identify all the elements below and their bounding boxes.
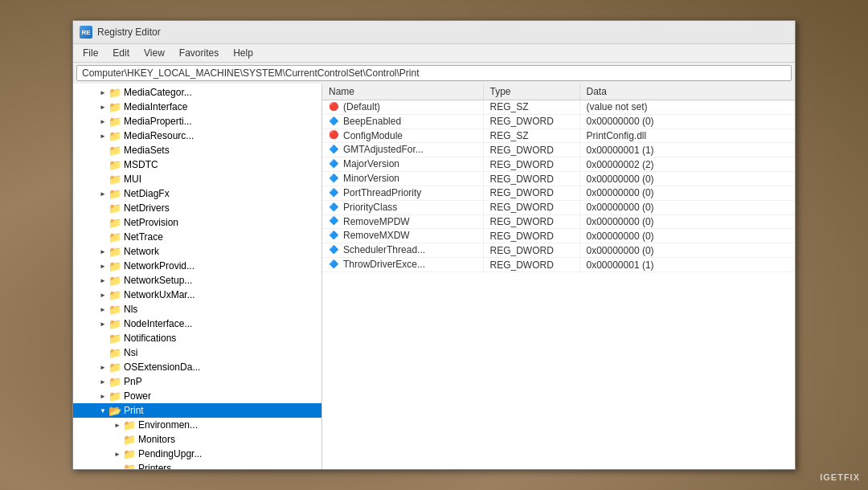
tree-node-mediacategory[interactable]: ►📁MediaCategor...: [73, 85, 321, 100]
tree-node-notifications[interactable]: 📁Notifications: [73, 331, 321, 345]
tree-node-network[interactable]: ►📁Network: [73, 244, 321, 259]
table-row[interactable]: 🔷RemoveMXDWREG_DWORD0x00000000 (0): [322, 229, 795, 243]
tree-label-pnp: PnP: [124, 376, 142, 387]
tree-node-mediaproperties[interactable]: ►📁MediaProperti...: [73, 114, 321, 129]
folder-icon-netdiagfx: 📁: [108, 187, 121, 200]
expand-icon-pendingupgrade[interactable]: ►: [112, 448, 123, 459]
tree-label-nsi: Nsi: [124, 347, 137, 358]
cell-name: 🔴(Default): [322, 100, 483, 115]
tree-node-monitors[interactable]: 📁Monitors: [73, 432, 321, 447]
registry-tree[interactable]: ►📁MediaCategor...►📁MediaInterface►📁Media…: [73, 84, 322, 469]
expand-icon-pnp[interactable]: ►: [97, 376, 108, 387]
expand-icon-nettrace[interactable]: [97, 231, 108, 243]
folder-icon-netprovision: 📁: [108, 216, 121, 229]
registry-data-panel[interactable]: Name Type Data 🔴(Default)REG_SZ(value no…: [322, 84, 795, 469]
table-row[interactable]: 🔷MajorVersionREG_DWORD0x00000002 (2): [322, 157, 795, 172]
table-row[interactable]: 🔷ThrowDriverExce...REG_DWORD0x00000001 (…: [322, 258, 795, 272]
tree-label-printers: Printers: [138, 463, 171, 469]
expand-icon-mediasets[interactable]: [97, 145, 108, 156]
table-row[interactable]: 🔷PortThreadPriorityREG_DWORD0x00000000 (…: [322, 186, 795, 200]
expand-icon-netprovision[interactable]: [97, 217, 108, 228]
tree-node-mediaresource[interactable]: ►📁MediaResourc...: [73, 129, 321, 143]
address-bar[interactable]: Computer\HKEY_LOCAL_MACHINE\SYSTEM\Curre…: [76, 65, 792, 81]
col-type[interactable]: Type: [483, 84, 579, 100]
tree-node-nettrace[interactable]: 📁NetTrace: [73, 230, 321, 244]
tree-node-nsi[interactable]: 📁Nsi: [73, 345, 321, 360]
expand-icon-osextensionda[interactable]: ►: [97, 361, 108, 373]
tree-label-msdtc: MSDTC: [124, 159, 158, 170]
table-row[interactable]: 🔷PriorityClassREG_DWORD0x00000000 (0): [322, 200, 795, 214]
tree-node-networkuxman[interactable]: ►📁NetworkUxMar...: [73, 288, 321, 302]
expand-icon-mediaresource[interactable]: ►: [97, 130, 108, 141]
expand-icon-mediaproperties[interactable]: ►: [97, 116, 108, 127]
expand-icon-nodeinterface[interactable]: ►: [97, 318, 108, 329]
expand-icon-printers[interactable]: [112, 463, 123, 469]
expand-icon-mediainterface[interactable]: ►: [97, 101, 108, 112]
expand-icon-networksetup[interactable]: ►: [97, 275, 108, 286]
col-data[interactable]: Data: [579, 84, 795, 100]
table-row[interactable]: 🔷BeepEnabledREG_DWORD0x00000000 (0): [322, 114, 795, 129]
cell-data: 0x00000000 (0): [579, 229, 795, 243]
tree-node-msdtc[interactable]: 📁MSDTC: [73, 157, 321, 172]
tree-node-pnp[interactable]: ►📁PnP: [73, 374, 321, 389]
expand-icon-monitors[interactable]: [112, 434, 123, 445]
tree-label-network: Network: [124, 246, 159, 257]
tree-node-environments[interactable]: ►📁Environmen...: [73, 418, 321, 432]
expand-icon-netdrivers[interactable]: [97, 202, 108, 214]
col-name[interactable]: Name: [322, 84, 483, 100]
table-row[interactable]: 🔷RemoveMPDWREG_DWORD0x00000000 (0): [322, 214, 795, 229]
menu-favorites[interactable]: Favorites: [173, 46, 225, 60]
expand-icon-print[interactable]: ▼: [97, 405, 108, 416]
tree-label-netdiagfx: NetDiagFx: [124, 188, 170, 199]
menu-help[interactable]: Help: [227, 46, 260, 60]
expand-icon-msdtc[interactable]: [97, 159, 108, 170]
menu-view[interactable]: View: [137, 46, 171, 60]
table-row[interactable]: 🔷MinorVersionREG_DWORD0x00000000 (0): [322, 172, 795, 186]
tree-node-printers[interactable]: 📁Printers: [73, 461, 321, 469]
tree-node-osextensionda[interactable]: ►📁OSExtensionDa...: [73, 360, 321, 374]
cell-data: 0x00000001 (1): [579, 143, 795, 157]
tree-node-networksetup[interactable]: ►📁NetworkSetup...: [73, 273, 321, 288]
tree-node-pendingupgrade[interactable]: ►📁PendingUpgr...: [73, 447, 321, 461]
table-row[interactable]: 🔷GMTAdjustedFor...REG_DWORD0x00000001 (1…: [322, 143, 795, 157]
expand-icon-mediacategory[interactable]: ►: [97, 87, 108, 98]
menu-edit[interactable]: Edit: [106, 46, 136, 60]
tree-node-mediainterface[interactable]: ►📁MediaInterface: [73, 100, 321, 114]
cell-type: REG_SZ: [483, 100, 579, 115]
tree-node-print[interactable]: ▼📂Print: [73, 403, 321, 418]
expand-icon-mui[interactable]: [97, 174, 108, 185]
tree-node-netdiagfx[interactable]: ►📁NetDiagFx: [73, 186, 321, 201]
tree-node-mui[interactable]: 📁MUI: [73, 172, 321, 186]
table-row[interactable]: 🔴(Default)REG_SZ(value not set): [322, 100, 795, 115]
table-row[interactable]: 🔷SchedulerThread...REG_DWORD0x00000000 (…: [322, 243, 795, 258]
cell-type: REG_DWORD: [483, 214, 579, 229]
tree-label-nettrace: NetTrace: [124, 231, 163, 243]
cell-data: 0x00000000 (0): [579, 114, 795, 129]
folder-icon-monitors: 📁: [123, 433, 136, 446]
reg-value-icon: 🔷: [329, 202, 340, 214]
expand-icon-networkprovide[interactable]: ►: [97, 260, 108, 272]
tree-node-networkprovide[interactable]: ►📁NetworkProvid...: [73, 259, 321, 273]
expand-icon-network[interactable]: ►: [97, 246, 108, 257]
expand-icon-nls[interactable]: ►: [97, 304, 108, 315]
cell-data: 0x00000000 (0): [579, 200, 795, 214]
expand-icon-netdiagfx[interactable]: ►: [97, 188, 108, 199]
expand-icon-networkuxman[interactable]: ►: [97, 289, 108, 300]
folder-icon-mui: 📁: [108, 173, 121, 186]
expand-icon-environments[interactable]: ►: [112, 419, 123, 431]
folder-icon-notifications: 📁: [108, 332, 121, 345]
tree-node-power[interactable]: ►📁Power: [73, 389, 321, 403]
reg-value-icon: 🔷: [329, 116, 340, 128]
expand-icon-power[interactable]: ►: [97, 390, 108, 402]
tree-node-mediasets[interactable]: 📁MediaSets: [73, 143, 321, 157]
menu-file[interactable]: File: [76, 46, 104, 60]
tree-node-nls[interactable]: ►📁Nls: [73, 302, 321, 316]
expand-icon-nsi[interactable]: [97, 347, 108, 358]
tree-label-osextensionda: OSExtensionDa...: [124, 361, 200, 373]
table-row[interactable]: 🔴ConfigModuleREG_SZPrintConfig.dll: [322, 129, 795, 143]
tree-node-netprovision[interactable]: 📁NetProvision: [73, 215, 321, 230]
tree-label-nls: Nls: [124, 304, 137, 315]
tree-node-nodeinterface[interactable]: ►📁NodeInterface...: [73, 316, 321, 331]
expand-icon-notifications[interactable]: [97, 333, 108, 344]
tree-node-netdrivers[interactable]: 📁NetDrivers: [73, 201, 321, 215]
